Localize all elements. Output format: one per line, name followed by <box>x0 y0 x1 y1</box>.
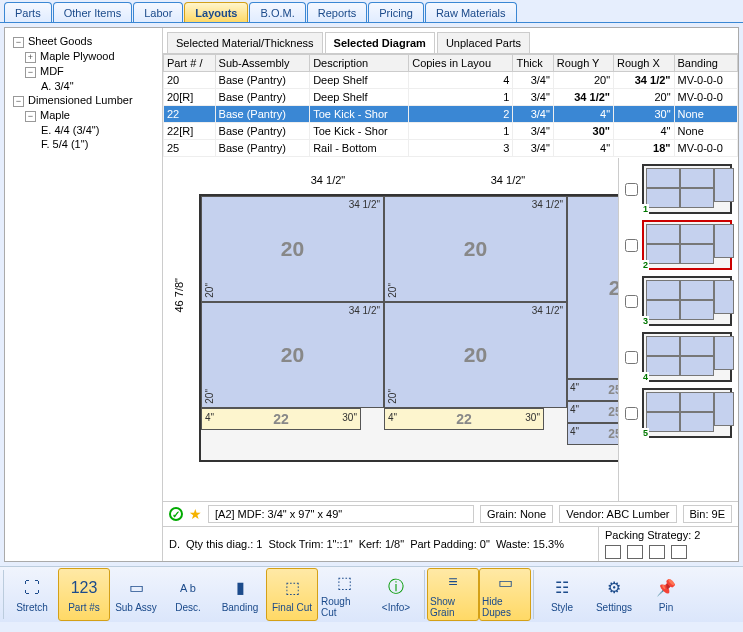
thumbnail-list: 12345 <box>618 158 738 501</box>
table-row[interactable]: 22Base (Pantry)Toe Kick - Shor23/4"4"30"… <box>164 106 738 123</box>
tree-maple-plywood[interactable]: +Maple Plywood <box>9 49 158 64</box>
bin-info: Bin: 9E <box>683 505 732 523</box>
thumbnail-item[interactable]: 5 <box>625 388 732 438</box>
layout-subtabs: Selected Material/Thickness Selected Dia… <box>163 28 738 54</box>
stock-trim-info: Stock Trim: 1"::1" <box>268 538 352 550</box>
qty-info: Qty this diag.: 1 <box>186 538 262 550</box>
tab-layouts[interactable]: Layouts <box>184 2 248 22</box>
sheet-spec: [A2] MDF: 3/4" x 97" x 49" <box>208 505 474 523</box>
vendor-info: Vendor: ABC Lumber <box>559 505 676 523</box>
tree-maple[interactable]: −Maple <box>9 108 158 123</box>
tab-reports[interactable]: Reports <box>307 2 368 22</box>
part-box[interactable]: 2230"4" <box>201 408 361 430</box>
tab-parts[interactable]: Parts <box>4 2 52 22</box>
desc-button[interactable]: A bDesc. <box>162 568 214 621</box>
showgrain-button[interactable]: ≡Show Grain <box>427 568 479 621</box>
thumbnail-item[interactable]: 3 <box>625 276 732 326</box>
tree-maple-f[interactable]: F. 5/4 (1") <box>9 137 158 151</box>
info-row-1: ✓ ★ [A2] MDF: 3/4" x 97" x 49" Grain: No… <box>163 501 738 526</box>
subtab-diagram[interactable]: Selected Diagram <box>325 32 435 53</box>
banding-icon: ▮ <box>229 577 251 599</box>
tab-labor[interactable]: Labor <box>133 2 183 22</box>
thumb-checkbox[interactable] <box>625 351 638 364</box>
dimension-label: 20" <box>593 174 618 186</box>
diagram-area: 34 1/2"34 1/2"20"4" 46 7/8" 2034 1/2"20"… <box>163 158 738 501</box>
finalcut-button[interactable]: ⬚Final Cut <box>266 568 318 621</box>
info-button[interactable]: ⓘ<Info> <box>370 568 422 621</box>
gear-icon: ⚙ <box>603 577 625 599</box>
ok-icon: ✓ <box>169 507 183 521</box>
subtab-unplaced[interactable]: Unplaced Parts <box>437 32 530 53</box>
settings-button[interactable]: ⚙Settings <box>588 568 640 621</box>
tree-dim-lumber[interactable]: −Dimensioned Lumber <box>9 93 158 108</box>
star-icon[interactable]: ★ <box>189 506 202 522</box>
grain-info: Grain: None <box>480 505 553 523</box>
table-row[interactable]: 25Base (Pantry)Rail - Bottom33/4"4"18"MV… <box>164 140 738 157</box>
d-label: D. <box>169 538 180 550</box>
tab-bom[interactable]: B.O.M. <box>249 2 305 22</box>
content-area: −Sheet Goods +Maple Plywood −MDF A. 3/4"… <box>4 27 739 562</box>
thumbnail-item[interactable]: 1 <box>625 164 732 214</box>
style-icon: ☷ <box>551 577 573 599</box>
stretch-icon: ⛶ <box>21 577 43 599</box>
thumb-checkbox[interactable] <box>625 183 638 196</box>
table-row[interactable]: 22[R]Base (Pantry)Toe Kick - Shor13/4"30… <box>164 123 738 140</box>
bottom-toolbar: ⛶Stretch 123Part #s ▭Sub Assy A bDesc. ▮… <box>0 566 743 622</box>
tree-sheet-goods[interactable]: −Sheet Goods <box>9 34 158 49</box>
part-box[interactable]: 2034 1/2"20" <box>384 196 567 302</box>
info-icon: ⓘ <box>385 577 407 599</box>
subassy-icon: ▭ <box>125 577 147 599</box>
pin-icon: 📌 <box>655 577 677 599</box>
sheet-height-label: 46 7/8" <box>173 278 185 313</box>
part-box[interactable]: 2518"4" <box>567 423 618 445</box>
thumbnail-item[interactable]: 4 <box>625 332 732 382</box>
desc-icon: A b <box>177 577 199 599</box>
table-row[interactable]: 20Base (Pantry)Deep Shelf43/4"20"34 1/2"… <box>164 72 738 89</box>
dupes-icon: ▭ <box>494 571 516 593</box>
tree-mdf[interactable]: −MDF <box>9 64 158 79</box>
style-button[interactable]: ☷Style <box>536 568 588 621</box>
main-tabs: Parts Other Items Labor Layouts B.O.M. R… <box>0 0 743 23</box>
partnum-button[interactable]: 123Part #s <box>58 568 110 621</box>
pin-button[interactable]: 📌Pin <box>640 568 692 621</box>
part-box[interactable]: 2518"4" <box>567 379 618 401</box>
cutting-diagram[interactable]: 34 1/2"34 1/2"20"4" 46 7/8" 2034 1/2"20"… <box>163 158 618 501</box>
dimension-label: 34 1/2" <box>253 174 403 186</box>
part-box[interactable]: 2034 1/2"20" <box>384 302 567 408</box>
number-icon: 123 <box>73 577 95 599</box>
strategy-icons[interactable] <box>599 543 738 561</box>
thumb-checkbox[interactable] <box>625 239 638 252</box>
part-box[interactable]: 2020"34 1/2" <box>567 196 618 379</box>
info-row-2: D. Qty this diag.: 1 Stock Trim: 1"::1" … <box>163 527 598 561</box>
tree-maple-e[interactable]: E. 4/4 (3/4") <box>9 123 158 137</box>
roughcut-button[interactable]: ⬚Rough Cut <box>318 568 370 621</box>
right-panel: Selected Material/Thickness Selected Dia… <box>163 28 738 561</box>
part-box[interactable]: 2034 1/2"20" <box>201 302 384 408</box>
tree-mdf-a[interactable]: A. 3/4" <box>9 79 158 93</box>
thumbnail-item[interactable]: 2 <box>625 220 732 270</box>
hidedupes-button[interactable]: ▭Hide Dupes <box>479 568 531 621</box>
part-box[interactable]: 2230"4" <box>384 408 544 430</box>
subtab-material[interactable]: Selected Material/Thickness <box>167 32 323 53</box>
roughcut-icon: ⬚ <box>333 571 355 593</box>
parts-grid[interactable]: Part # /Sub-Assembly DescriptionCopies i… <box>163 54 738 158</box>
banding-button[interactable]: ▮Banding <box>214 568 266 621</box>
subassy-button[interactable]: ▭Sub Assy <box>110 568 162 621</box>
packing-strategy: Packing Strategy: 2 <box>599 527 738 543</box>
tab-raw[interactable]: Raw Materials <box>425 2 517 22</box>
kerf-info: Kerf: 1/8" <box>359 538 404 550</box>
thumb-checkbox[interactable] <box>625 295 638 308</box>
part-box[interactable]: 2034 1/2"20" <box>201 196 384 302</box>
padding-info: Part Padding: 0" <box>410 538 490 550</box>
dimension-label: 34 1/2" <box>433 174 583 186</box>
grain-icon: ≡ <box>442 571 464 593</box>
table-row[interactable]: 20[R]Base (Pantry)Deep Shelf13/4"34 1/2"… <box>164 89 738 106</box>
stretch-button[interactable]: ⛶Stretch <box>6 568 58 621</box>
finalcut-icon: ⬚ <box>281 577 303 599</box>
part-box[interactable]: 2518"4" <box>567 401 618 423</box>
waste-info: Waste: 15.3% <box>496 538 564 550</box>
tab-pricing[interactable]: Pricing <box>368 2 424 22</box>
sheet-outline: 2034 1/2"20"2034 1/2"20"2020"34 1/2"2034… <box>199 194 618 462</box>
tab-other[interactable]: Other Items <box>53 2 132 22</box>
thumb-checkbox[interactable] <box>625 407 638 420</box>
